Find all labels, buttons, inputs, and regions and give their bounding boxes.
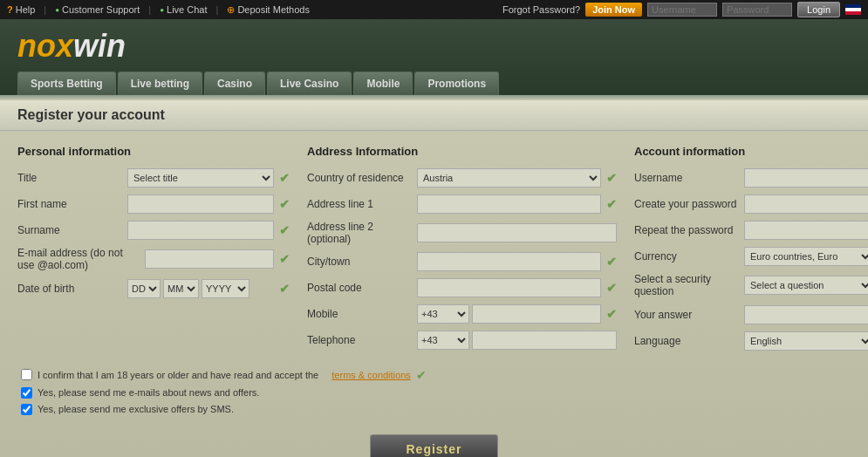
dob-mm-select[interactable]: MM <box>163 279 199 298</box>
firstname-input[interactable] <box>127 194 274 214</box>
country-check: ✔ <box>606 171 617 185</box>
help-icon: ? <box>7 4 13 15</box>
mobile-check: ✔ <box>606 307 617 321</box>
city-check: ✔ <box>606 255 617 269</box>
telephone-input[interactable] <box>472 331 617 350</box>
help-item: ? Help <box>7 4 35 15</box>
live-chat-item[interactable]: ● Live Chat <box>160 4 207 15</box>
language-row: Language English ✔ <box>634 331 868 351</box>
terms-confirm-checkbox[interactable] <box>21 369 32 380</box>
terms-check-icon: ✔ <box>416 368 427 382</box>
currency-select[interactable]: Euro countries, Euro <box>744 247 868 266</box>
postal-input[interactable] <box>417 278 601 297</box>
customer-support-item: ● Customer Support <box>55 4 140 15</box>
telephone-row: Telephone +43 <box>307 331 617 350</box>
header: noxwin Sports Betting Live betting Casin… <box>0 19 868 95</box>
create-password-input[interactable] <box>744 194 868 214</box>
mobile-row: Mobile +43 ✔ <box>307 304 617 324</box>
register-btn-row: Register <box>17 426 851 457</box>
forgot-password-link[interactable]: Forgot Password? <box>502 4 580 15</box>
nav-promotions[interactable]: Promotions <box>414 72 499 95</box>
dob-dd-select[interactable]: DD <box>127 279 161 298</box>
email-input[interactable] <box>145 249 274 269</box>
security-question-select[interactable]: Select a question <box>744 276 868 295</box>
deposit-icon: ⊕ <box>227 4 235 16</box>
deposit-methods-label: Deposit Methods <box>237 4 310 15</box>
account-info-title: Account information <box>634 145 868 158</box>
security-question-label: Select a security question <box>634 273 739 298</box>
firstname-row: First name ✔ <box>17 194 290 214</box>
email-offers-checkbox[interactable] <box>21 387 32 399</box>
nav-casino[interactable]: Casino <box>204 72 265 95</box>
login-button[interactable]: Login <box>797 2 840 17</box>
city-label: City/town <box>307 256 412 268</box>
sms-offers-text: Yes, please send me exclusive offers by … <box>38 404 234 414</box>
personal-info-column: Personal information Title Select title … <box>17 145 290 358</box>
terms-link[interactable]: terms & conditions <box>331 370 410 380</box>
main-nav: Sports Betting Live betting Casino Live … <box>17 72 851 95</box>
surname-row: Surname ✔ <box>17 221 290 240</box>
page-title: Register your account <box>17 107 851 123</box>
telephone-phone-group: +43 <box>417 331 617 350</box>
currency-row: Currency Euro countries, Euro ✔ <box>634 247 868 266</box>
dob-check: ✔ <box>279 282 290 296</box>
telephone-code-select[interactable]: +43 <box>417 331 469 350</box>
nav-sports-betting[interactable]: Sports Betting <box>17 72 116 95</box>
language-select[interactable]: English <box>744 331 868 351</box>
password-input[interactable] <box>722 3 792 17</box>
deposit-methods-item[interactable]: ⊕ Deposit Methods <box>227 4 310 16</box>
join-now-button[interactable]: Join Now <box>585 3 642 17</box>
terms-section: I confirm that I am 18 years or older an… <box>17 368 851 415</box>
email-check: ✔ <box>279 252 290 266</box>
address-info-title: Address Information <box>307 145 617 158</box>
email-offers-text: Yes, please send me e-mails about news a… <box>38 387 259 398</box>
nav-live-casino[interactable]: Live Casino <box>267 72 352 95</box>
create-password-row: Create your password ✔ <box>634 194 868 214</box>
language-flag-icon[interactable] <box>845 4 861 15</box>
telephone-label: Telephone <box>307 334 412 346</box>
language-label: Language <box>634 335 739 347</box>
postal-label: Postal code <box>307 282 412 294</box>
account-username-input[interactable] <box>744 168 868 188</box>
logo-nox: nox <box>17 28 73 64</box>
mobile-code-select[interactable]: +43 <box>417 304 469 324</box>
mobile-phone-group: +43 <box>417 304 601 324</box>
address2-input[interactable] <box>417 223 617 242</box>
email-offers-row: Yes, please send me e-mails about news a… <box>21 387 851 399</box>
nav-mobile[interactable]: Mobile <box>353 72 413 95</box>
address2-row: Address line 2 (optional) <box>307 221 617 245</box>
address1-row: Address line 1 ✔ <box>307 194 617 214</box>
mobile-input[interactable] <box>472 304 601 324</box>
surname-input[interactable] <box>127 221 274 240</box>
your-answer-input[interactable] <box>744 305 868 324</box>
your-answer-row: Your answer ✔ <box>634 305 868 324</box>
dob-yyyy-select[interactable]: YYYY <box>202 279 249 298</box>
repeat-password-input[interactable] <box>744 221 868 240</box>
security-question-row: Select a security question Select a ques… <box>634 273 868 298</box>
country-label: Country of residence <box>307 172 412 184</box>
dob-label: Date of birth <box>17 283 122 295</box>
title-select[interactable]: Select title Mr Mrs Miss Ms <box>127 168 274 188</box>
address1-input[interactable] <box>417 194 601 214</box>
city-input[interactable] <box>417 252 601 271</box>
personal-info-title: Personal information <box>17 145 290 158</box>
page-title-bar: Register your account <box>0 100 868 131</box>
help-label: Help <box>16 4 36 15</box>
email-row: E-mail address (do not use @aol.com) ✔ <box>17 247 290 272</box>
terms-confirm-row: I confirm that I am 18 years or older an… <box>21 368 851 382</box>
country-select[interactable]: Austria <box>417 168 601 188</box>
content-wrapper: Register your account Personal informati… <box>0 100 868 457</box>
your-answer-label: Your answer <box>634 309 739 321</box>
register-button[interactable]: Register <box>370 434 497 457</box>
username-input[interactable] <box>647 3 717 17</box>
terms-confirm-text: I confirm that I am 18 years or older an… <box>38 370 318 380</box>
customer-support-icon: ● <box>55 6 59 14</box>
title-check: ✔ <box>279 171 290 185</box>
sms-offers-checkbox[interactable] <box>21 404 32 415</box>
nav-live-betting[interactable]: Live betting <box>118 72 202 95</box>
form-columns: Personal information Title Select title … <box>17 145 851 358</box>
logo: noxwin <box>17 28 851 65</box>
city-row: City/town ✔ <box>307 252 617 271</box>
mobile-label: Mobile <box>307 308 412 320</box>
address2-label: Address line 2 (optional) <box>307 221 412 245</box>
